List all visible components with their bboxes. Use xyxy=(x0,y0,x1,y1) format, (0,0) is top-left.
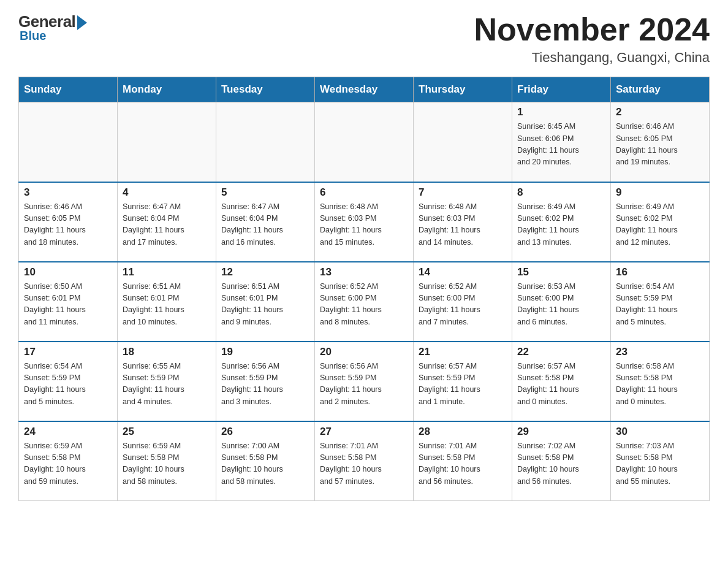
day-info: Sunrise: 6:50 AMSunset: 6:01 PMDaylight:… xyxy=(24,281,112,329)
day-info: Sunrise: 6:56 AMSunset: 5:59 PMDaylight:… xyxy=(221,361,309,408)
day-number: 29 xyxy=(517,426,605,438)
day-number: 20 xyxy=(320,346,408,358)
day-info: Sunrise: 6:54 AMSunset: 5:59 PMDaylight:… xyxy=(616,281,704,329)
calendar-week-row: 10Sunrise: 6:50 AMSunset: 6:01 PMDayligh… xyxy=(19,262,710,342)
day-number: 16 xyxy=(616,266,704,278)
calendar-cell: 11Sunrise: 6:51 AMSunset: 6:01 PMDayligh… xyxy=(118,262,216,342)
logo-arrow-icon xyxy=(77,15,87,30)
calendar-cell: 25Sunrise: 6:59 AMSunset: 5:58 PMDayligh… xyxy=(118,421,216,501)
day-info: Sunrise: 6:59 AMSunset: 5:58 PMDaylight:… xyxy=(123,440,211,488)
day-info: Sunrise: 6:53 AMSunset: 6:00 PMDaylight:… xyxy=(517,281,605,329)
calendar-cell: 14Sunrise: 6:52 AMSunset: 6:00 PMDayligh… xyxy=(414,262,512,342)
day-info: Sunrise: 7:01 AMSunset: 5:58 PMDaylight:… xyxy=(419,440,507,488)
calendar-cell: 5Sunrise: 6:47 AMSunset: 6:04 PMDaylight… xyxy=(216,182,315,262)
logo-blue-text: Blue xyxy=(20,29,46,43)
calendar-week-row: 17Sunrise: 6:54 AMSunset: 5:59 PMDayligh… xyxy=(19,342,710,421)
day-info: Sunrise: 6:49 AMSunset: 6:02 PMDaylight:… xyxy=(616,201,704,249)
day-number: 18 xyxy=(123,346,211,358)
day-info: Sunrise: 6:52 AMSunset: 6:00 PMDaylight:… xyxy=(320,281,408,329)
day-info: Sunrise: 6:45 AMSunset: 6:06 PMDaylight:… xyxy=(517,121,605,169)
calendar-cell: 6Sunrise: 6:48 AMSunset: 6:03 PMDaylight… xyxy=(315,182,414,262)
calendar-cell: 18Sunrise: 6:55 AMSunset: 5:59 PMDayligh… xyxy=(118,342,216,421)
calendar-header-row: SundayMondayTuesdayWednesdayThursdayFrid… xyxy=(19,77,710,102)
calendar-week-row: 3Sunrise: 6:46 AMSunset: 6:05 PMDaylight… xyxy=(19,182,710,262)
calendar-cell: 8Sunrise: 6:49 AMSunset: 6:02 PMDaylight… xyxy=(512,182,611,262)
day-info: Sunrise: 6:57 AMSunset: 5:58 PMDaylight:… xyxy=(517,361,605,408)
calendar-cell: 30Sunrise: 7:03 AMSunset: 5:58 PMDayligh… xyxy=(611,421,710,501)
day-number: 7 xyxy=(419,186,507,199)
day-number: 25 xyxy=(123,426,211,438)
day-number: 1 xyxy=(517,106,605,118)
day-info: Sunrise: 7:01 AMSunset: 5:58 PMDaylight:… xyxy=(320,440,408,488)
day-number: 11 xyxy=(123,266,211,278)
day-info: Sunrise: 6:46 AMSunset: 6:05 PMDaylight:… xyxy=(24,201,112,249)
calendar-cell: 17Sunrise: 6:54 AMSunset: 5:59 PMDayligh… xyxy=(19,342,118,421)
day-number: 23 xyxy=(616,346,704,358)
day-info: Sunrise: 6:59 AMSunset: 5:58 PMDaylight:… xyxy=(24,440,112,488)
calendar-cell: 1Sunrise: 6:45 AMSunset: 6:06 PMDaylight… xyxy=(512,102,611,182)
calendar-cell: 2Sunrise: 6:46 AMSunset: 6:05 PMDaylight… xyxy=(611,102,710,182)
day-header-friday: Friday xyxy=(512,77,611,102)
day-info: Sunrise: 7:02 AMSunset: 5:58 PMDaylight:… xyxy=(517,440,605,488)
day-number: 12 xyxy=(221,266,309,278)
day-number: 22 xyxy=(517,346,605,358)
calendar-cell: 12Sunrise: 6:51 AMSunset: 6:01 PMDayligh… xyxy=(216,262,315,342)
calendar-cell: 10Sunrise: 6:50 AMSunset: 6:01 PMDayligh… xyxy=(19,262,118,342)
day-info: Sunrise: 6:58 AMSunset: 5:58 PMDaylight:… xyxy=(616,361,704,408)
day-header-thursday: Thursday xyxy=(414,77,512,102)
calendar-cell: 29Sunrise: 7:02 AMSunset: 5:58 PMDayligh… xyxy=(512,421,611,501)
day-number: 2 xyxy=(616,106,704,118)
day-info: Sunrise: 6:47 AMSunset: 6:04 PMDaylight:… xyxy=(221,201,309,249)
day-number: 17 xyxy=(24,346,112,358)
calendar-cell xyxy=(216,102,315,182)
day-number: 27 xyxy=(320,426,408,438)
calendar-cell xyxy=(315,102,414,182)
day-number: 8 xyxy=(517,186,605,199)
day-number: 26 xyxy=(221,426,309,438)
calendar-cell: 27Sunrise: 7:01 AMSunset: 5:58 PMDayligh… xyxy=(315,421,414,501)
day-info: Sunrise: 7:03 AMSunset: 5:58 PMDaylight:… xyxy=(616,440,704,488)
calendar-cell: 26Sunrise: 7:00 AMSunset: 5:58 PMDayligh… xyxy=(216,421,315,501)
day-info: Sunrise: 6:49 AMSunset: 6:02 PMDaylight:… xyxy=(517,201,605,249)
day-info: Sunrise: 6:56 AMSunset: 5:59 PMDaylight:… xyxy=(320,361,408,408)
calendar-cell: 19Sunrise: 6:56 AMSunset: 5:59 PMDayligh… xyxy=(216,342,315,421)
day-info: Sunrise: 6:51 AMSunset: 6:01 PMDaylight:… xyxy=(221,281,309,329)
day-number: 5 xyxy=(221,186,309,199)
location-title: Tieshangang, Guangxi, China xyxy=(474,50,710,66)
calendar-cell: 24Sunrise: 6:59 AMSunset: 5:58 PMDayligh… xyxy=(19,421,118,501)
day-info: Sunrise: 7:00 AMSunset: 5:58 PMDaylight:… xyxy=(221,440,309,488)
day-number: 30 xyxy=(616,426,704,438)
calendar-cell xyxy=(118,102,216,182)
title-block: November 2024 Tieshangang, Guangxi, Chin… xyxy=(474,12,710,66)
day-header-wednesday: Wednesday xyxy=(315,77,414,102)
day-header-saturday: Saturday xyxy=(611,77,710,102)
calendar-cell: 20Sunrise: 6:56 AMSunset: 5:59 PMDayligh… xyxy=(315,342,414,421)
calendar-cell: 9Sunrise: 6:49 AMSunset: 6:02 PMDaylight… xyxy=(611,182,710,262)
day-info: Sunrise: 6:52 AMSunset: 6:00 PMDaylight:… xyxy=(419,281,507,329)
calendar-cell: 13Sunrise: 6:52 AMSunset: 6:00 PMDayligh… xyxy=(315,262,414,342)
day-info: Sunrise: 6:54 AMSunset: 5:59 PMDaylight:… xyxy=(24,361,112,408)
day-info: Sunrise: 6:48 AMSunset: 6:03 PMDaylight:… xyxy=(320,201,408,249)
day-number: 21 xyxy=(419,346,507,358)
day-header-monday: Monday xyxy=(118,77,216,102)
calendar-cell: 21Sunrise: 6:57 AMSunset: 5:59 PMDayligh… xyxy=(414,342,512,421)
calendar-week-row: 24Sunrise: 6:59 AMSunset: 5:58 PMDayligh… xyxy=(19,421,710,501)
calendar-cell xyxy=(414,102,512,182)
day-header-tuesday: Tuesday xyxy=(216,77,315,102)
calendar-cell: 22Sunrise: 6:57 AMSunset: 5:58 PMDayligh… xyxy=(512,342,611,421)
day-info: Sunrise: 6:47 AMSunset: 6:04 PMDaylight:… xyxy=(123,201,211,249)
calendar-cell: 4Sunrise: 6:47 AMSunset: 6:04 PMDaylight… xyxy=(118,182,216,262)
day-number: 9 xyxy=(616,186,704,199)
day-info: Sunrise: 6:55 AMSunset: 5:59 PMDaylight:… xyxy=(123,361,211,408)
calendar-cell: 16Sunrise: 6:54 AMSunset: 5:59 PMDayligh… xyxy=(611,262,710,342)
day-info: Sunrise: 6:57 AMSunset: 5:59 PMDaylight:… xyxy=(419,361,507,408)
day-number: 19 xyxy=(221,346,309,358)
logo: General Blue xyxy=(18,12,87,43)
day-number: 3 xyxy=(24,186,112,199)
day-number: 4 xyxy=(123,186,211,199)
day-number: 10 xyxy=(24,266,112,278)
page-header: General Blue November 2024 Tieshangang, … xyxy=(18,12,710,66)
calendar-table: SundayMondayTuesdayWednesdayThursdayFrid… xyxy=(18,77,710,501)
day-number: 28 xyxy=(419,426,507,438)
calendar-cell: 15Sunrise: 6:53 AMSunset: 6:00 PMDayligh… xyxy=(512,262,611,342)
